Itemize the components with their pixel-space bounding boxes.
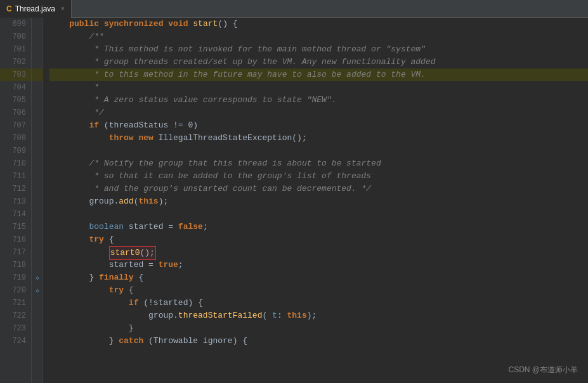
- file-tab[interactable]: C Thread.java ×: [0, 0, 72, 18]
- line-text: if (threadStatus != 0): [49, 119, 588, 132]
- code-line: }: [49, 322, 588, 335]
- code-line: [49, 145, 588, 157]
- code-line: try {: [49, 233, 588, 246]
- code-line: } finally {: [49, 271, 588, 284]
- line-text: throw new IllegalThreadStateException();: [49, 132, 588, 145]
- code-line: } catch (Throwable ignore) {: [49, 335, 588, 347]
- line-text: } catch (Throwable ignore) {: [49, 335, 588, 347]
- code-line: if (!started) {: [49, 297, 588, 309]
- gutter-cell: [32, 68, 43, 81]
- gutter-cell: [32, 132, 43, 145]
- code-line: /* Notify the group that this thread is …: [49, 157, 588, 170]
- gutter-cell: [32, 94, 43, 107]
- line-number: 724: [0, 335, 31, 347]
- gutter-cell: [32, 195, 43, 208]
- tab-close-button[interactable]: ×: [61, 5, 65, 12]
- line-number: 703: [0, 68, 31, 81]
- gutter-cell: [32, 43, 43, 56]
- line-number: 704: [0, 81, 31, 94]
- tab-file-icon: C: [6, 4, 12, 13]
- line-text: [49, 208, 588, 221]
- code-line: boolean started = false;: [49, 221, 588, 233]
- code-line: if (threadStatus != 0): [49, 119, 588, 132]
- line-text: * This method is not invoked for the mai…: [49, 43, 588, 56]
- gutter-cell: [32, 297, 43, 309]
- gutter-cell: [32, 335, 43, 347]
- code-line: * A zero status value corresponds to sta…: [49, 94, 588, 107]
- line-number: 723: [0, 322, 31, 335]
- code-line: /**: [49, 30, 588, 43]
- gutter-cell: [32, 309, 43, 322]
- gutter-cell: [32, 233, 43, 246]
- gutter-cell: [32, 322, 43, 335]
- fold-icon[interactable]: ◇: [36, 275, 39, 282]
- fold-icon[interactable]: ◇: [36, 287, 39, 294]
- line-text: * to this method in the future may have …: [49, 68, 588, 81]
- line-text: } finally {: [49, 271, 588, 284]
- line-number: 702: [0, 56, 31, 68]
- tab-bar: C Thread.java ×: [0, 0, 588, 18]
- gutter-cell: [32, 119, 43, 132]
- gutter-cell: [32, 170, 43, 183]
- line-number: 716: [0, 233, 31, 246]
- line-text: try {: [49, 233, 588, 246]
- line-text: group.threadStartFailed( t: this);: [49, 309, 588, 322]
- code-line: group.threadStartFailed( t: this);: [49, 309, 588, 322]
- code-line: * so that it can be added to the group's…: [49, 170, 588, 183]
- line-text: }: [49, 322, 588, 335]
- line-number: 714: [0, 208, 31, 221]
- line-number: 715: [0, 221, 31, 233]
- editor-container: C Thread.java × 699700701702703704705706…: [0, 0, 588, 383]
- code-line: *: [49, 81, 588, 94]
- line-number: 720: [0, 284, 31, 297]
- line-text: * and the group's unstarted count can be…: [49, 183, 588, 195]
- code-line: start0();: [49, 246, 588, 259]
- tab-filename: Thread.java: [15, 4, 55, 13]
- line-number: 700: [0, 30, 31, 43]
- line-number: 699: [0, 18, 31, 30]
- code-content: public synchronized void start() { /** *…: [43, 18, 588, 383]
- line-number: 709: [0, 145, 31, 157]
- line-text: group.add(this);: [49, 195, 588, 208]
- line-number: 718: [0, 259, 31, 271]
- line-number: 713: [0, 195, 31, 208]
- line-text: */: [49, 107, 588, 119]
- code-area: 6997007017027037047057067077087097107117…: [0, 18, 588, 383]
- line-number: 710: [0, 157, 31, 170]
- line-number: 721: [0, 297, 31, 309]
- line-text: try {: [49, 284, 588, 297]
- gutter-cell: [32, 145, 43, 157]
- code-line: group.add(this);: [49, 195, 588, 208]
- gutter-cell: [32, 259, 43, 271]
- line-text: if (!started) {: [49, 297, 588, 309]
- code-line: try {: [49, 284, 588, 297]
- gutter-cell: [32, 208, 43, 221]
- line-number: 701: [0, 43, 31, 56]
- code-line: */: [49, 107, 588, 119]
- line-text: * A zero status value corresponds to sta…: [49, 94, 588, 107]
- line-numbers: 6997007017027037047057067077087097107117…: [0, 18, 32, 383]
- code-line: * and the group's unstarted count can be…: [49, 183, 588, 195]
- code-line: * This method is not invoked for the mai…: [49, 43, 588, 56]
- line-number: 707: [0, 119, 31, 132]
- gutter-cell: [32, 183, 43, 195]
- code-line: throw new IllegalThreadStateException();: [49, 132, 588, 145]
- line-text: [49, 145, 588, 157]
- code-line: * to this method in the future may have …: [49, 68, 588, 81]
- line-number: 719: [0, 271, 31, 284]
- gutter: ◇◇: [32, 18, 43, 383]
- line-number: 712: [0, 183, 31, 195]
- code-line: started = true;: [49, 259, 588, 271]
- gutter-cell: [32, 56, 43, 68]
- gutter-cell: [32, 81, 43, 94]
- line-text: started = true;: [49, 259, 588, 271]
- gutter-cell: [32, 157, 43, 170]
- line-number: 711: [0, 170, 31, 183]
- gutter-cell: ◇: [32, 284, 43, 297]
- gutter-cell: [32, 246, 43, 259]
- gutter-cell: [32, 18, 43, 30]
- watermark: CSDN @布道师小羊: [508, 365, 578, 375]
- line-number: 705: [0, 94, 31, 107]
- gutter-cell: ◇: [32, 271, 43, 284]
- gutter-cell: [32, 107, 43, 119]
